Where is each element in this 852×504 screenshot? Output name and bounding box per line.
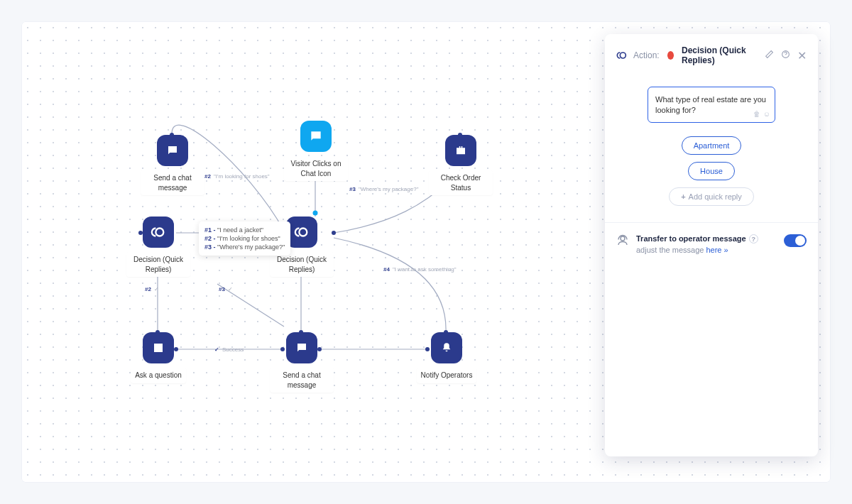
node-label: Check Order Status <box>429 170 493 195</box>
add-quick-reply-button[interactable]: +Add quick reply <box>669 187 754 206</box>
node-label: Send a chat message <box>270 368 334 393</box>
decision-options-tooltip: #1 - "I need a jacket" #2 - "I'm looking… <box>199 221 290 256</box>
message-input[interactable]: What type of real estate are you looking… <box>648 87 775 123</box>
chat-bubble-icon <box>300 121 332 152</box>
node-label: Visitor Clicks on Chat Icon <box>284 156 348 181</box>
emoji-icon[interactable]: ☺ <box>763 109 770 119</box>
status-dot-icon <box>667 51 674 60</box>
edge-label: #2✓ <box>145 286 159 292</box>
panel-body: What type of real estate are you looking… <box>605 74 818 222</box>
node-check-order[interactable]: Check Order Status <box>429 135 493 195</box>
edit-icon[interactable] <box>765 50 774 61</box>
node-visitor-clicks[interactable]: Visitor Clicks on Chat Icon <box>284 121 348 181</box>
quick-reply-chip[interactable]: House <box>688 162 735 180</box>
bell-icon <box>431 332 462 363</box>
svg-point-20 <box>621 236 625 241</box>
edge-label: #3"Where's my package?" <box>349 186 418 192</box>
node-notify-operators[interactable]: Notify Operators <box>415 332 479 383</box>
transfer-title: Transfer to operator message? <box>636 234 777 243</box>
node-label: Decision (Quick Replies) <box>270 252 334 277</box>
quick-reply-chip[interactable]: Apartment <box>682 136 742 155</box>
message-icon <box>286 332 317 363</box>
transfer-section: Transfer to operator message? adjust the… <box>605 222 818 265</box>
message-text: What type of real estate are you looking… <box>655 95 766 114</box>
edge-label: #2"I'm looking for shoes" <box>204 173 270 180</box>
panel-header: Action: Decision (Quick Replies) ✕ <box>605 34 818 74</box>
adjust-link[interactable]: here » <box>706 246 728 254</box>
decision-icon <box>143 217 174 248</box>
edge-label: ✓Success <box>214 346 244 353</box>
svg-point-1 <box>313 211 318 216</box>
node-label: Decision (Quick Replies) <box>126 252 190 277</box>
transfer-toggle[interactable] <box>784 234 807 247</box>
operator-icon <box>616 234 629 247</box>
svg-point-17 <box>299 229 307 236</box>
transfer-subtitle: adjust the message here » <box>636 246 777 254</box>
decision-icon <box>616 50 628 61</box>
decision-icon <box>286 217 317 248</box>
node-send-chat-2[interactable]: Send a chat message <box>270 332 334 393</box>
message-icon <box>157 135 188 166</box>
node-send-chat-1[interactable]: Send a chat message <box>141 135 204 195</box>
action-panel: Action: Decision (Quick Replies) ✕ What … <box>605 34 818 456</box>
svg-point-18 <box>620 53 626 58</box>
svg-point-16 <box>155 229 163 236</box>
node-ask-question[interactable]: Ask a question <box>126 332 190 383</box>
help-icon[interactable]: ? <box>749 234 758 243</box>
edge-label: #4"I want to ask something" <box>383 266 457 273</box>
arrow-box-icon <box>143 332 174 363</box>
node-label: Send a chat message <box>141 170 204 195</box>
edge-label: #3✓ <box>219 286 233 292</box>
panel-title: Decision (Quick Replies) <box>682 45 759 65</box>
briefcase-icon <box>445 135 476 166</box>
node-label: Ask a question <box>131 368 186 383</box>
node-label: Notify Operators <box>417 368 477 383</box>
close-icon[interactable]: ✕ <box>797 49 807 62</box>
node-decision-left[interactable]: Decision (Quick Replies) <box>126 217 190 277</box>
panel-title-prefix: Action: <box>633 50 660 60</box>
trash-icon[interactable]: 🗑 <box>753 109 760 119</box>
help-icon[interactable] <box>781 50 790 61</box>
